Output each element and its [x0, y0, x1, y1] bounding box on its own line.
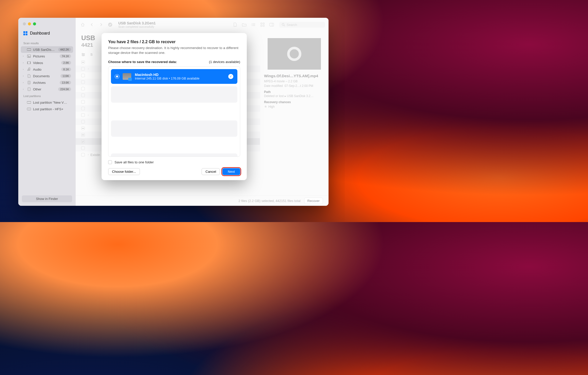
save-all-label: Save all files to one folder — [115, 160, 154, 164]
svg-line-25 — [284, 25, 285, 26]
path-value: Deleted or lost ▸ USB SanDisk 3.2… — [264, 94, 324, 98]
forward-button[interactable] — [97, 21, 105, 28]
recovery-destination-modal: You have 2 files / 2.2 GB to recover Ple… — [102, 33, 247, 180]
svg-point-31 — [83, 55, 84, 56]
show-in-finder-button[interactable]: Show in Finder — [22, 195, 72, 202]
maximize-window-button[interactable] — [33, 22, 36, 25]
sidebar-item-lost-partition[interactable]: Lost partition "New V… — [21, 99, 73, 106]
other-icon — [27, 87, 31, 91]
checkbox-icon[interactable] — [81, 60, 85, 64]
sidebar-item-lost-partition[interactable]: Lost partition - HFS+ — [21, 106, 73, 112]
sidebar-item-pictures[interactable]: › Pictures 74.1K — [21, 53, 73, 59]
svg-point-17 — [252, 25, 252, 26]
checkbox-icon[interactable] — [81, 87, 85, 90]
sidebar-item-archives[interactable]: › Archives 13.6K — [21, 79, 73, 86]
sidebar-item-other[interactable]: › Other 224.5K — [21, 86, 73, 92]
check-icon: ✓ — [228, 74, 233, 79]
checkbox-icon[interactable] — [81, 67, 85, 71]
sidebar-item-audio[interactable]: › Audio 8.1K — [21, 66, 73, 73]
choose-folder-button[interactable]: Choose folder... — [108, 168, 140, 175]
modal-section-header: Choose where to save the recovered data:… — [108, 60, 240, 64]
search-input[interactable]: Search — [279, 22, 325, 28]
save-all-checkbox-row[interactable]: Save all files to one folder — [108, 160, 240, 164]
device-placeholder — [111, 86, 237, 103]
sidebar-item-label: Lost partition - HFS+ — [33, 107, 71, 111]
scan-results-heading: Scan results — [21, 40, 73, 46]
preview-thumbnail — [268, 38, 321, 70]
archive-icon — [27, 81, 31, 85]
radio-selected-icon — [115, 74, 119, 79]
filter-label: S — [90, 53, 93, 56]
checkbox-icon[interactable] — [81, 153, 85, 157]
toolbar: USB SanDisk 3.2Gen1 Scan completed succe… — [76, 18, 329, 32]
path-label: Path — [264, 90, 324, 94]
folder-icon[interactable] — [241, 21, 248, 28]
checkbox-icon[interactable] — [81, 140, 85, 143]
loading-ring-icon — [287, 47, 301, 61]
hard-drive-icon — [123, 73, 131, 80]
search-icon — [282, 23, 285, 26]
svg-point-29 — [82, 53, 83, 54]
dashboard-icon — [23, 31, 27, 35]
checkbox-icon[interactable] — [81, 74, 85, 77]
devices-available-label: (1 devices available) — [209, 60, 240, 64]
minimize-window-button[interactable] — [28, 22, 31, 25]
sidebar-item-badge: 8.1K — [61, 68, 71, 71]
sidebar-item-drive[interactable]: USB SanDisk… 442.2K — [21, 46, 73, 53]
drive-icon — [27, 48, 31, 52]
sidebar-item-badge: 119K — [60, 74, 71, 78]
close-window-button[interactable] — [23, 22, 26, 25]
device-placeholder — [111, 153, 237, 157]
list-view-icon[interactable] — [250, 21, 257, 28]
checkbox-icon[interactable] — [81, 107, 85, 110]
svg-rect-0 — [27, 49, 31, 51]
checkbox-icon[interactable] — [108, 160, 112, 164]
preview-filename: Wings.Of.Desi…YTS.AM].mp4 — [264, 74, 324, 78]
video-icon — [27, 61, 31, 65]
dashboard-label: Dashboard — [30, 31, 50, 36]
svg-rect-20 — [261, 25, 262, 26]
svg-point-30 — [84, 54, 85, 55]
grid-view-icon[interactable] — [259, 21, 266, 28]
svg-rect-10 — [27, 108, 31, 110]
filter-icon[interactable] — [81, 53, 85, 56]
status-text: 2 files (2.2 GB) selected, 442151 files … — [238, 199, 300, 203]
file-icon[interactable] — [232, 21, 239, 28]
document-icon — [27, 74, 31, 78]
sidebar-item-label: Other — [33, 87, 56, 91]
row-label: Existin — [90, 153, 100, 157]
checkbox-icon[interactable] — [81, 127, 85, 130]
checkbox-icon[interactable] — [81, 93, 85, 97]
next-button[interactable]: Next — [222, 168, 240, 175]
svg-point-11 — [108, 23, 112, 27]
svg-rect-9 — [27, 101, 31, 103]
recover-button[interactable]: Recover — [304, 198, 323, 204]
checkbox-icon[interactable] — [81, 133, 85, 137]
preview-date: Date modified 07-Sep-2…t 2:00 PM — [264, 84, 324, 88]
back-button[interactable] — [88, 21, 95, 28]
svg-point-24 — [282, 23, 284, 25]
panel-view-icon[interactable] — [268, 21, 275, 28]
sidebar-item-label: USB SanDisk… — [33, 48, 56, 52]
device-option[interactable]: Macintosh HD Internal 245.11 GB disk • 1… — [111, 69, 237, 84]
star-icon: ★ — [264, 104, 267, 108]
sidebar-item-badge: 224.5K — [58, 87, 71, 91]
cancel-button[interactable]: Cancel — [202, 168, 220, 175]
modal-buttons: Choose folder... Cancel Next — [108, 168, 240, 175]
checkbox-icon[interactable] — [81, 120, 85, 123]
sidebar-item-documents[interactable]: › Documents 119K — [21, 73, 73, 79]
audio-icon — [27, 67, 31, 71]
checkbox-icon[interactable] — [81, 113, 85, 117]
device-placeholder — [111, 120, 237, 137]
dashboard-nav[interactable]: Dashboard — [21, 29, 73, 37]
checkbox-icon[interactable] — [81, 100, 85, 104]
preview-pane: Wings.Of.Desi…YTS.AM].mp4 MPEG-4 movie –… — [260, 32, 329, 196]
sidebar: Dashboard Scan results USB SanDisk… 442.… — [18, 18, 76, 206]
checkbox-icon[interactable] — [81, 146, 85, 150]
home-icon[interactable] — [79, 21, 86, 28]
svg-rect-8 — [28, 88, 30, 91]
checkbox-icon[interactable] — [81, 80, 85, 84]
sidebar-item-videos[interactable]: › Videos 2.8K — [21, 59, 73, 66]
sidebar-item-badge: 442.2K — [58, 48, 71, 51]
device-details: Internal 245.11 GB disk • 176.09 GB avai… — [135, 77, 225, 80]
